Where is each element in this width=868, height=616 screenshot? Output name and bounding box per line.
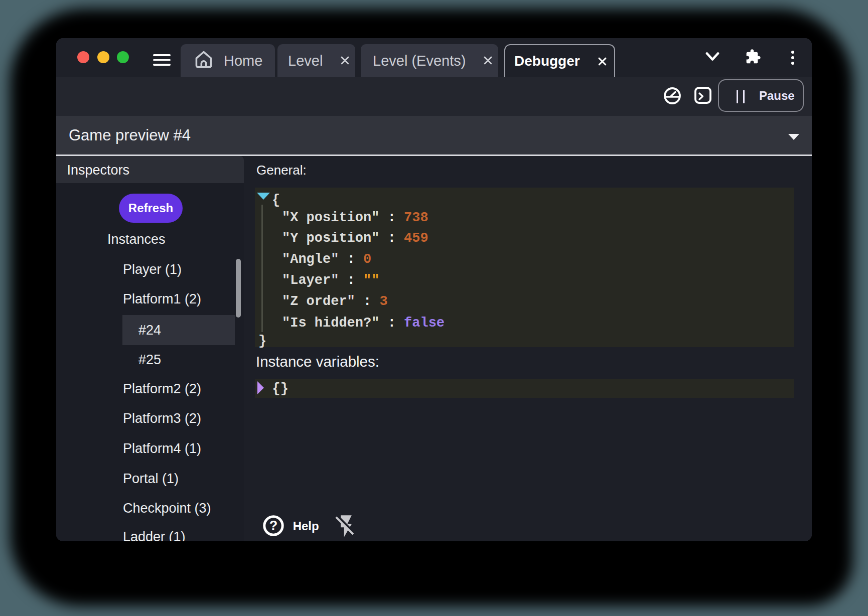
svg-text:?: ? xyxy=(269,518,278,533)
